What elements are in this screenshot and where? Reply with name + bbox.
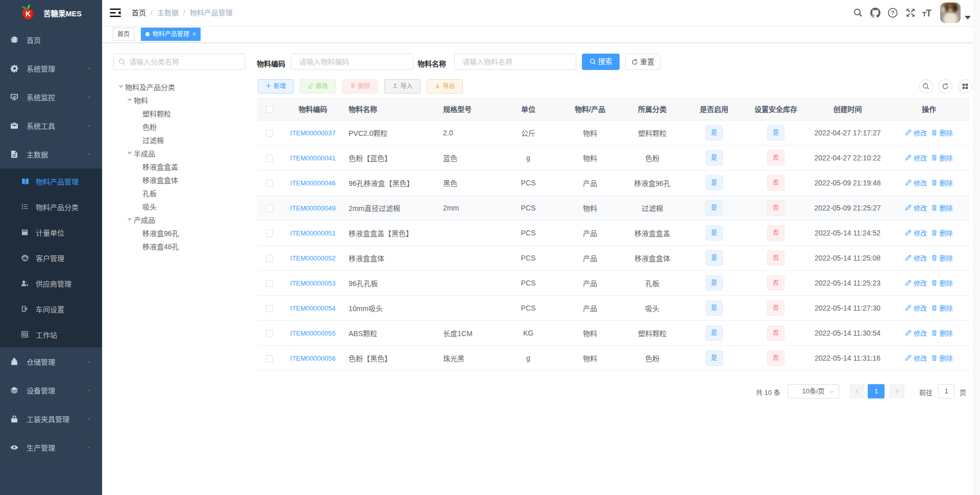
svg-text:K: K [26,10,31,18]
svg-text:?: ? [891,10,894,16]
